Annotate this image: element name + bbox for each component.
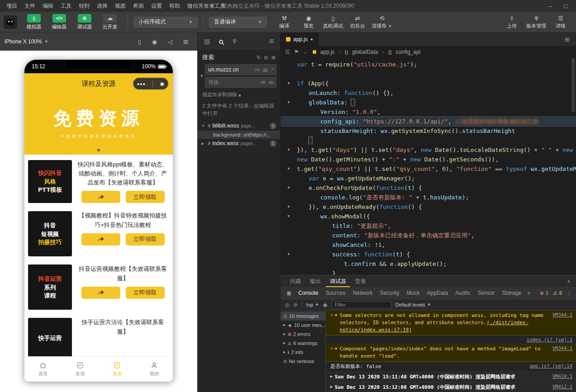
chevron-down-icon[interactable]: ▼ (201, 124, 206, 128)
details-button[interactable]: ☰ 详情 (549, 14, 572, 29)
source-link[interactable]: VM344:1 (549, 345, 572, 351)
source-link[interactable]: VM412:1 (549, 384, 572, 389)
console-log[interactable]: 是否有新版本: false app.js? [sm]:14 (326, 362, 576, 372)
devtools-tab-console[interactable]: Console (295, 287, 322, 299)
code-line[interactable]: var e = wx.getUpdateManager(); (281, 174, 576, 183)
menu-item[interactable]: 转到 (75, 2, 93, 10)
code-line[interactable]: content: "新版本已经准备好，单击确定重启应用", (281, 231, 576, 240)
course-card[interactable]: 抖音短视频拍摄技巧 【视频教程】抖音特效视频拍摄技巧+抖音热门玩法教程 立即领取 (28, 211, 169, 256)
capsule-exit-button[interactable]: ◉ (160, 81, 165, 87)
panel-tab-problems[interactable]: 问题 (286, 275, 305, 287)
source-link[interactable]: VM344:1 (549, 312, 572, 317)
console-log[interactable]: ▶ Sun Dec 13 2020 15:12:08 GMT+0800 (中国标… (326, 383, 576, 392)
clear-console-icon[interactable]: ⊘ (294, 302, 298, 308)
code-line[interactable]: statusBarHeight: wx.getSystemInfoSync().… (281, 126, 576, 136)
source-link[interactable]: app.js? [sm]:14 (526, 363, 572, 368)
course-card[interactable]: 快手运营 快手运营方法论【失效请联系客服】 (28, 318, 169, 358)
explorer-icon[interactable]: ▤ (204, 38, 210, 45)
collapse-panel-icon[interactable]: ∧ (567, 279, 571, 284)
detach-window-icon[interactable]: ⊞ (183, 38, 188, 45)
compile-button[interactable]: ⚒ 编译 (272, 14, 296, 29)
outline-icon[interactable]: ☰ (285, 49, 290, 55)
panel-toggle-icon[interactable]: ⊞ (269, 38, 274, 44)
code-line[interactable]: ▼globalData: { (281, 98, 576, 107)
simulator-button[interactable]: ▯ 模拟器 (22, 14, 46, 30)
replace-input[interactable]: 替换 AB ab (205, 77, 276, 88)
code-line[interactable]: Version: "1.0.0", (281, 107, 576, 117)
maximize-button[interactable]: □ (558, 3, 573, 9)
rotate-device-icon[interactable]: ▯ (138, 38, 141, 45)
clear-cache-button[interactable]: ⟲ 清缓存 ▼ (370, 14, 394, 29)
minimize-button[interactable]: – (543, 3, 558, 9)
expander-icon[interactable]: ▶ (283, 341, 286, 345)
course-card[interactable]: 抖音运营系列课程 抖音运营视频教程【失效请联系客服】 立即领取 (28, 264, 169, 310)
code-line[interactable]: config_api: "https://127.0.0.1/api/", //… (281, 117, 576, 126)
console-log[interactable]: ▶ Sun Dec 13 2020 15:11:48 GMT+0800 (中国标… (326, 372, 576, 383)
menu-item[interactable]: 项目 (3, 2, 21, 10)
code-line[interactable]: console.log("是否有新版本: " + t.hasUpdate); (281, 193, 576, 202)
console-filter-info[interactable]: ▶ℹ2 info (281, 348, 325, 357)
sound-icon[interactable]: ◁ (168, 38, 172, 45)
claim-button[interactable]: 立即领取 (126, 287, 165, 299)
devtools-tab-storage[interactable]: Storage (499, 287, 525, 299)
expander-icon[interactable]: ▶ (330, 373, 333, 378)
eye-icon[interactable]: ◉ (323, 302, 328, 308)
console-filter-messages[interactable]: ☰10 messages (281, 312, 325, 321)
code-line[interactable]: ▼}), e.onUpdateReady(function() { (281, 202, 576, 212)
code-editor[interactable]: var t = require("utils/cache.js");▼if (A… (281, 58, 576, 275)
log-levels-select[interactable]: Default levels▼ (395, 302, 431, 307)
code-line[interactable]: ▼}), t.get("days") || t.set("days", new … (281, 145, 576, 155)
switch-background-button[interactable]: ⇄ 切后台 (346, 14, 369, 29)
editor-tab-appjs[interactable]: app.js ● (281, 33, 319, 46)
refresh-icon[interactable]: ↻ (257, 55, 261, 61)
breadcrumb-file[interactable]: app.js (320, 49, 335, 55)
console-warning[interactable]: ⚠ ▶ Some selectors are not allowed in co… (326, 311, 576, 335)
console-filter-error[interactable]: ▶⊗2 errors (281, 330, 325, 339)
mode-select[interactable]: 小程序模式▼ (133, 17, 198, 28)
fold-arrow-icon[interactable]: ▼ (281, 183, 297, 193)
breadcrumb-symbol[interactable]: config_api (396, 49, 421, 55)
device-select[interactable]: iPhone X 100%▼ (5, 38, 48, 45)
code-line[interactable]: t.confirm && e.applyUpdate(); (281, 259, 576, 269)
devtools-tab-audits[interactable]: Audits (452, 287, 474, 299)
more-tabs-icon[interactable]: » (525, 290, 533, 296)
share-button[interactable] (81, 287, 120, 299)
expander-icon[interactable]: ▶ (335, 312, 338, 317)
tab-resources[interactable]: 资源 (99, 357, 136, 382)
menu-item[interactable]: 工具 (57, 2, 75, 10)
debugger-button[interactable]: ⚙ 调试器 (72, 14, 97, 30)
whole-word-icon[interactable]: ab (262, 67, 268, 72)
expander-icon[interactable]: ▶ (335, 345, 338, 350)
search-input[interactable]: un.muzzz.cn Aa ab .* (205, 64, 276, 75)
tab-discover[interactable]: 发现 (62, 357, 99, 382)
tab-profile[interactable]: 我的 (136, 357, 173, 382)
preserve-case-icon[interactable]: AB (259, 80, 267, 85)
match-case-icon[interactable]: Aa (254, 67, 261, 72)
code-line[interactable]: } (281, 136, 576, 145)
menu-item[interactable]: 微信开发者工具 (184, 2, 229, 10)
code-line[interactable] (281, 69, 576, 79)
devtools-tab-mock[interactable]: Mock (403, 287, 424, 299)
code-line[interactable]: new Date().getMinutes() + ":" + new Date… (281, 155, 576, 164)
upload-button[interactable]: ⇧ 上传 (500, 14, 524, 29)
menu-item[interactable]: 编辑 (39, 2, 57, 10)
editor-button[interactable]: </> 编辑器 (47, 14, 71, 30)
cloud-dev-button[interactable]: ☁ 云开发 (98, 14, 122, 30)
menu-item[interactable]: 设置 (148, 2, 166, 10)
source-link[interactable]: VM410:1 (549, 373, 572, 379)
code-line[interactable]: onLaunch: function() {}, (281, 88, 576, 98)
source-link[interactable]: index.js? [sm]:1 (523, 337, 572, 342)
fold-arrow-icon[interactable]: ▼ (281, 98, 297, 107)
bookmark-icon[interactable]: ⚑ (294, 49, 299, 55)
console-filter-verbose[interactable]: ⊘No verbose (281, 357, 325, 366)
record-icon[interactable]: ◉ (152, 38, 157, 45)
preview-button[interactable]: ◉ 预览 (297, 14, 320, 29)
expander-icon[interactable]: ▶ (330, 384, 333, 389)
context-select[interactable]: top▼ (306, 302, 319, 307)
code-line[interactable]: ▼t.get("qsy_count") || t.set("qsy_count"… (281, 164, 576, 174)
regex-icon[interactable]: .* (270, 67, 274, 72)
fold-arrow-icon[interactable]: ▼ (281, 250, 297, 259)
tab-home[interactable]: 首页 (24, 357, 62, 382)
code-line[interactable]: ▼if (App({ (281, 79, 576, 88)
menu-item[interactable]: 视图 (111, 2, 129, 10)
